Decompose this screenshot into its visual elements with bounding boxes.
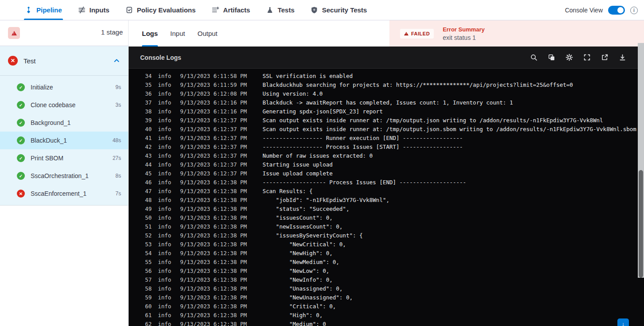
top-nav-tab[interactable]: Artifacts xyxy=(212,0,250,20)
execution-sidebar: 1 stage ✕ Test Initialize 9s Clone codeb… xyxy=(0,20,129,326)
nav-tab-icon xyxy=(266,6,274,14)
log-line-number: 51 xyxy=(129,222,152,231)
log-timestamp: 9/13/2023 6:12:37 PM xyxy=(180,151,247,160)
log-line-number: 53 xyxy=(129,240,152,249)
log-line: 60 info 9/13/2023 6:12:38 PM "Critical":… xyxy=(129,302,644,311)
log-tab[interactable]: Output xyxy=(197,20,217,47)
log-line: 41 info 9/13/2023 6:12:37 PM -----------… xyxy=(129,134,644,143)
log-timestamp: 9/13/2023 6:12:37 PM xyxy=(180,134,247,143)
step-status-icon xyxy=(17,190,25,198)
log-timestamp: 9/13/2023 6:11:59 PM xyxy=(180,81,247,89)
log-level: info xyxy=(158,98,174,107)
console-scrollbar-track[interactable] xyxy=(638,43,644,278)
log-line-number: 36 xyxy=(129,89,152,98)
chevron-up-icon[interactable] xyxy=(113,57,120,64)
log-message: "status": "Succeeded", xyxy=(263,205,349,213)
top-nav-tab[interactable]: Policy Evaluations xyxy=(126,0,196,20)
top-nav-tab[interactable]: Security Tests xyxy=(310,0,367,20)
console-toolbar-icon[interactable] xyxy=(619,54,626,61)
log-message: Blackduck -> awaitReport has completed, … xyxy=(263,98,513,107)
step-duration: 7s xyxy=(115,190,121,197)
nav-tab-label: Artifacts xyxy=(223,6,250,14)
log-tab-label: Logs xyxy=(142,30,158,37)
console-toolbar-icon[interactable] xyxy=(548,54,555,61)
log-level: info xyxy=(158,160,174,169)
console-logs-header: Console Logs xyxy=(129,47,644,69)
stage-header-test[interactable]: ✕ Test xyxy=(0,46,128,75)
log-line: 47 info 9/13/2023 6:12:38 PM Scan Result… xyxy=(129,187,644,196)
log-line: 59 info 9/13/2023 6:12:38 PM "NewUnassig… xyxy=(129,293,644,302)
console-toolbar-icon[interactable] xyxy=(583,54,591,61)
log-message: ------------------ Runner execution [END… xyxy=(263,134,463,143)
log-timestamp: 9/13/2023 6:12:38 PM xyxy=(180,311,247,320)
step-row[interactable]: Background_1 xyxy=(0,114,128,132)
stage-summary-row: 1 stage xyxy=(0,20,128,46)
log-line: 40 info 9/13/2023 6:12:37 PM Scan output… xyxy=(129,125,644,134)
top-nav-tab[interactable]: Pipeline xyxy=(25,0,62,20)
log-level: info xyxy=(158,187,174,196)
error-summary-panel: FAILED Error Summary exit status 1 xyxy=(389,20,644,47)
log-line-number: 60 xyxy=(129,302,152,311)
step-row[interactable]: Initialize 9s xyxy=(0,78,128,96)
step-status-icon xyxy=(17,101,25,109)
log-line: 52 info 9/13/2023 6:12:38 PM "issuesBySe… xyxy=(129,231,644,240)
scroll-to-bottom-button[interactable]: ↓ xyxy=(617,318,629,326)
step-status-icon xyxy=(17,136,25,144)
log-line: 57 info 9/13/2023 6:12:38 PM "NewInfo": … xyxy=(129,276,644,284)
log-line-number: 44 xyxy=(129,160,152,169)
nav-tab-label: Tests xyxy=(278,6,295,14)
step-name: BlackDuck_1 xyxy=(31,137,113,144)
log-line: 37 info 9/13/2023 6:12:16 PM Blackduck -… xyxy=(129,98,644,107)
console-toolbar-icon[interactable] xyxy=(530,54,538,61)
console-view-label: Console View xyxy=(565,7,603,14)
log-level: info xyxy=(158,81,174,89)
log-line-number: 52 xyxy=(129,231,152,240)
top-nav-tab[interactable]: Inputs xyxy=(78,0,110,20)
top-nav-tab[interactable]: Tests xyxy=(266,0,295,20)
nav-tab-icon xyxy=(212,6,219,14)
console-view-toggle[interactable] xyxy=(608,6,625,15)
log-message: "NewInfo": 0, xyxy=(263,276,333,284)
log-level: info xyxy=(158,276,174,284)
log-tab-label: Input xyxy=(170,30,185,37)
step-name: SscaEnforcement_1 xyxy=(31,190,115,197)
log-line-number: 59 xyxy=(129,293,152,302)
console-scrollbar-thumb[interactable] xyxy=(639,170,643,278)
log-line: 48 info 9/13/2023 6:12:38 PM "jobId": "-… xyxy=(129,196,644,205)
step-row[interactable]: BlackDuck_1 48s xyxy=(0,132,128,149)
nav-tab-icon xyxy=(310,6,318,14)
log-timestamp: 9/13/2023 6:12:37 PM xyxy=(180,160,247,169)
log-line-number: 43 xyxy=(129,151,152,160)
step-row[interactable]: Clone codebase 3s xyxy=(0,96,128,114)
log-list: 34 info 9/13/2023 6:11:58 PM SSL verific… xyxy=(129,69,644,326)
log-tab[interactable]: Input xyxy=(170,20,185,47)
log-message: Generating spdx-json[SPDX_23] report xyxy=(263,107,383,116)
log-tab[interactable]: Logs xyxy=(142,20,158,47)
top-navigation-bar: Pipeline Inputs xyxy=(0,0,644,20)
log-timestamp: 9/13/2023 6:12:38 PM xyxy=(180,258,247,267)
step-row[interactable]: Print SBOM 27s xyxy=(0,149,128,167)
log-message: "NewLow": 0, xyxy=(263,267,330,276)
log-line: 58 info 9/13/2023 6:12:38 PM "Unassigned… xyxy=(129,284,644,293)
info-icon[interactable]: i xyxy=(630,7,638,14)
log-line: 50 info 9/13/2023 6:12:38 PM "issuesCoun… xyxy=(129,213,644,222)
log-line-number: 42 xyxy=(129,143,152,151)
step-status-icon xyxy=(17,172,25,180)
console-toolbar-icon[interactable] xyxy=(601,54,609,61)
log-level: info xyxy=(158,143,174,151)
log-timestamp: 9/13/2023 6:12:38 PM xyxy=(180,249,247,258)
log-message: "issuesCount": 0, xyxy=(263,213,333,222)
log-level: info xyxy=(158,231,174,240)
log-line: 39 info 9/13/2023 6:12:37 PM Scan output… xyxy=(129,116,644,125)
step-row[interactable]: SscaOrchestration_1 8s xyxy=(0,167,128,185)
log-line-number: 56 xyxy=(129,267,152,276)
console-toolbar-icon[interactable] xyxy=(565,54,573,61)
error-summary-title: Error Summary xyxy=(443,26,485,33)
log-timestamp: 9/13/2023 6:12:38 PM xyxy=(180,320,247,326)
log-message: Blackduckhub searching for projects at: … xyxy=(263,81,573,89)
log-timestamp: 9/13/2023 6:12:37 PM xyxy=(180,116,247,125)
log-timestamp: 9/13/2023 6:12:38 PM xyxy=(180,205,247,213)
step-row[interactable]: SscaEnforcement_1 7s xyxy=(0,185,128,202)
log-line-number: 50 xyxy=(129,213,152,222)
log-line-number: 39 xyxy=(129,116,152,125)
